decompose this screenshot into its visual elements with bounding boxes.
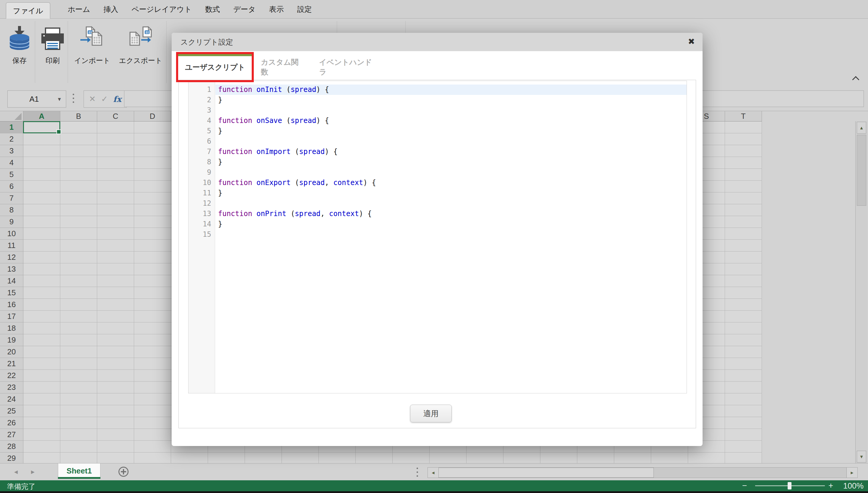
row-header[interactable]: 22: [0, 370, 23, 382]
row-header[interactable]: 13: [0, 263, 23, 275]
code-line[interactable]: }: [215, 157, 687, 167]
menu-bar: ファイル ホーム挿入ページレイアウト数式データ表示設定: [0, 0, 868, 19]
select-all-corner[interactable]: [0, 111, 23, 122]
row-header[interactable]: 15: [0, 287, 23, 299]
apply-button[interactable]: 適用: [410, 405, 452, 422]
row-header[interactable]: 12: [0, 252, 23, 263]
code-line[interactable]: function onExport (spread, context) {: [215, 178, 687, 188]
row-header[interactable]: 16: [0, 299, 23, 310]
separator: [68, 21, 68, 83]
menu-item[interactable]: ホーム: [68, 4, 90, 14]
code-line[interactable]: [215, 167, 687, 178]
code-line[interactable]: [215, 136, 687, 147]
confirm-icon[interactable]: ✓: [101, 94, 108, 104]
row-header[interactable]: 11: [0, 240, 23, 252]
code-line[interactable]: }: [215, 219, 687, 229]
row-header[interactable]: 27: [0, 429, 23, 441]
cell-reference-box[interactable]: A1 ▾: [7, 90, 66, 108]
menu-item[interactable]: 数式: [205, 4, 220, 14]
row-header[interactable]: 2: [0, 133, 23, 145]
row-header[interactable]: 4: [0, 157, 23, 169]
import-button[interactable]: インポート: [71, 22, 113, 81]
fill-handle[interactable]: [57, 129, 61, 134]
line-number: 5: [191, 126, 211, 136]
print-button[interactable]: 印刷: [38, 22, 67, 81]
row-header[interactable]: 18: [0, 322, 23, 334]
drag-handle-icon[interactable]: [73, 94, 74, 103]
column-header[interactable]: B: [60, 111, 97, 122]
row-header[interactable]: 29: [0, 452, 23, 463]
code-line[interactable]: [215, 229, 687, 240]
row-header[interactable]: 20: [0, 346, 23, 358]
cancel-icon[interactable]: ✕: [89, 94, 96, 104]
code-line[interactable]: function onSave (spread) {: [215, 115, 687, 126]
zoom-out-button[interactable]: −: [742, 481, 747, 490]
horizontal-scrollbar[interactable]: ◂ ▸: [427, 467, 858, 478]
menu-item[interactable]: ページレイアウト: [132, 4, 192, 14]
row-header[interactable]: 23: [0, 382, 23, 393]
scroll-right-button[interactable]: ▸: [846, 468, 858, 478]
row-header[interactable]: 7: [0, 192, 23, 204]
zoom-level[interactable]: 100%: [843, 481, 864, 491]
code-line[interactable]: }: [215, 188, 687, 198]
add-sheet-button[interactable]: [118, 467, 129, 477]
chevron-down-icon[interactable]: ▾: [53, 95, 66, 103]
zoom-slider-thumb[interactable]: [788, 482, 792, 490]
code-line[interactable]: [215, 198, 687, 209]
column-header[interactable]: T: [725, 111, 762, 122]
collapse-ribbon-button[interactable]: [852, 76, 860, 82]
vertical-scrollbar[interactable]: ▴ ▾: [855, 121, 867, 463]
close-icon[interactable]: ✖: [688, 37, 695, 46]
vertical-scroll-thumb[interactable]: [857, 135, 866, 206]
row-header[interactable]: 1: [0, 122, 23, 133]
menu-item[interactable]: 表示: [269, 4, 284, 14]
scroll-up-button[interactable]: ▴: [857, 122, 866, 134]
next-sheet-icon[interactable]: ▸: [31, 468, 35, 476]
row-header[interactable]: 5: [0, 169, 23, 180]
row-header[interactable]: 17: [0, 310, 23, 322]
column-header[interactable]: A: [23, 111, 60, 122]
row-header[interactable]: 26: [0, 417, 23, 429]
tab-user-script[interactable]: ユーザスクリプト: [178, 54, 252, 80]
column-header[interactable]: C: [97, 111, 134, 122]
code-line[interactable]: function onPrint (spread, context) {: [215, 209, 687, 219]
row-header[interactable]: 21: [0, 358, 23, 370]
code-line[interactable]: [215, 105, 687, 115]
menu-item[interactable]: 設定: [297, 4, 312, 14]
scroll-down-button[interactable]: ▾: [857, 451, 866, 463]
editor-code-area[interactable]: function onInit (spread) {}function onSa…: [215, 81, 687, 393]
export-button[interactable]: エクスポート: [117, 22, 164, 81]
menu-item[interactable]: データ: [233, 4, 255, 14]
tab-event-handlers[interactable]: イベントハンドラ: [319, 54, 376, 80]
row-header[interactable]: 3: [0, 145, 23, 157]
prev-sheet-icon[interactable]: ◂: [14, 468, 18, 476]
tab-custom-functions[interactable]: カスタム関数: [261, 54, 302, 80]
row-header[interactable]: 28: [0, 441, 23, 452]
active-cell-selection: [23, 121, 60, 133]
insert-function-icon[interactable]: fx: [113, 94, 121, 104]
row-header[interactable]: 25: [0, 405, 23, 417]
row-header[interactable]: 9: [0, 216, 23, 228]
code-editor[interactable]: 123456789101112131415 function onInit (s…: [188, 81, 687, 393]
drag-handle-icon[interactable]: [417, 468, 418, 477]
menu-item[interactable]: 挿入: [104, 4, 118, 14]
row-header[interactable]: 6: [0, 180, 23, 192]
status-bar: 準備完了 − + 100%: [0, 480, 868, 491]
row-header[interactable]: 10: [0, 228, 23, 240]
row-header[interactable]: 24: [0, 393, 23, 405]
code-line[interactable]: }: [215, 95, 687, 105]
code-line[interactable]: function onImport (spread) {: [215, 147, 687, 157]
scroll-left-button[interactable]: ◂: [428, 468, 439, 478]
code-line[interactable]: }: [215, 126, 687, 136]
menu-item-file[interactable]: ファイル: [6, 2, 50, 19]
save-button[interactable]: 保存: [5, 22, 34, 81]
sheet-tab-bar: ◂ ▸ Sheet1 ◂ ▸: [0, 463, 868, 480]
row-header[interactable]: 19: [0, 334, 23, 346]
sheet-tab-sheet1[interactable]: Sheet1: [58, 464, 101, 478]
horizontal-scroll-thumb[interactable]: [439, 468, 654, 478]
row-header[interactable]: 14: [0, 275, 23, 287]
zoom-in-button[interactable]: +: [828, 481, 833, 490]
code-line[interactable]: function onInit (spread) {: [215, 85, 687, 95]
row-header[interactable]: 8: [0, 204, 23, 216]
column-header[interactable]: D: [134, 111, 171, 122]
